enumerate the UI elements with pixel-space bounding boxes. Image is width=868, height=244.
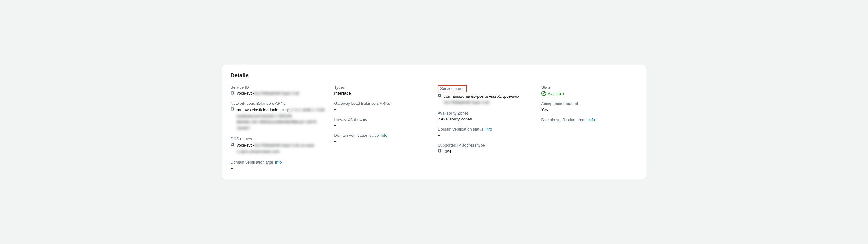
column-3: Service name com.amazonaws.vpce.us-east-… [438,85,534,170]
dns-names-value: vpce-svc-0117006a6446 5aa2 3 d2.us-east-… [237,142,315,154]
field-acceptance-required: Acceptance required Yes [541,101,638,112]
available-icon [541,91,546,96]
label-state: State [541,85,638,90]
value-gateway-lb-arns: – [334,107,431,111]
value-service-name: com.amazonaws.vpce.us-east-1.vpce-svc- 0… [438,93,534,105]
service-id-value: vpce-svc-0117006a6446 5aa2 3 d2 [237,91,300,96]
value-domain-verification-type: – [230,166,327,170]
copy-icon-service-id[interactable] [230,91,235,96]
field-service-name: Service name com.amazonaws.vpce.us-east-… [438,85,534,105]
copy-icon-nlb-arns[interactable] [230,107,235,111]
label-nlb-arns: Network Load Balancers ARNs [230,101,327,106]
copy-icon-supported-ip-type[interactable] [438,149,442,154]
available-text: Available [548,91,564,96]
panel-title: Details [230,73,638,79]
details-grid: Service ID vpce-svc-0117006a6446 5aa2 3 … [230,85,638,170]
label-private-dns-name: Private DNS name [334,117,431,122]
value-service-id: vpce-svc-0117006a6446 5aa2 3 d2 [230,91,327,96]
info-link-domain-verification-type[interactable]: Info [275,160,282,164]
details-panel: Details Service ID vpce-svc-0117006a6446… [222,65,646,179]
value-nlb-arns: arn:aws:elasticloadbalancing:1.7 2 1 444… [230,107,327,131]
value-acceptance-required: Yes [541,107,638,112]
label-types: Types [334,85,431,90]
value-supported-ip-type: ipv4 [438,149,534,154]
field-private-dns-name: Private DNS name – [334,117,431,128]
info-link-domain-verification-name[interactable]: Info [588,117,595,122]
field-service-id: Service ID vpce-svc-0117006a6446 5aa2 3 … [230,85,327,96]
value-private-dns-name: – [334,123,431,128]
value-dns-names: vpce-svc-0117006a6446 5aa2 3 d2.us-east-… [230,142,327,154]
copy-icon-dns-names[interactable] [230,143,235,147]
supported-ip-type-value: ipv4 [444,149,451,154]
field-domain-verification-value: Domain verification value Info – [334,133,431,143]
column-1: Service ID vpce-svc-0117006a6446 5aa2 3 … [230,85,327,170]
field-availability-zones: Availability Zones 2 Availability Zones [438,111,534,121]
column-2: Types Interface Gateway Load Balancers A… [334,85,431,170]
value-domain-verification-status: – [438,133,534,137]
field-nlb-arns: Network Load Balancers ARNs arn:aws:elas… [230,101,327,131]
label-gateway-lb-arns: Gateway Load Balancers ARNs [334,101,431,106]
field-types: Types Interface [334,85,431,96]
field-state: State Available [541,85,638,96]
value-state: Available [541,91,638,96]
label-domain-verification-type: Domain verification type Info [230,160,327,164]
label-availability-zones: Availability Zones [438,111,534,115]
label-acceptance-required: Acceptance required [541,101,638,106]
field-dns-names: DNS names vpce-svc-0117006a6446 5aa2 3 d… [230,136,327,154]
label-domain-verification-status: Domain verification status Info [438,127,534,132]
field-domain-verification-status: Domain verification status Info – [438,127,534,137]
value-types: Interface [334,91,431,96]
copy-icon-service-name[interactable] [438,94,442,98]
label-domain-verification-value: Domain verification value Info [334,133,431,138]
nlb-arns-value: arn:aws:elasticloadbalancing:1.7 2 1 444… [237,107,327,131]
label-service-name: Service name [438,85,467,92]
info-link-domain-verification-value[interactable]: Info [381,133,388,138]
value-domain-verification-value: – [334,139,431,143]
link-availability-zones[interactable]: 2 Availability Zones [438,117,534,121]
label-dns-names: DNS names [230,136,327,141]
label-supported-ip-type: Supported IP address type [438,143,534,147]
service-name-value: com.amazonaws.vpce.us-east-1.vpce-svc- 0… [444,93,520,105]
field-domain-verification-type: Domain verification type Info – [230,160,327,170]
info-link-domain-verification-status[interactable]: Info [486,127,492,132]
field-gateway-lb-arns: Gateway Load Balancers ARNs – [334,101,431,111]
column-4: State Available Acceptance required Yes … [541,85,638,170]
label-service-id: Service ID [230,85,327,90]
field-domain-verification-name: Domain verification name Info – [541,117,638,128]
value-domain-verification-name: – [541,123,638,128]
field-supported-ip-type: Supported IP address type ipv4 [438,143,534,154]
label-domain-verification-name: Domain verification name Info [541,117,638,122]
